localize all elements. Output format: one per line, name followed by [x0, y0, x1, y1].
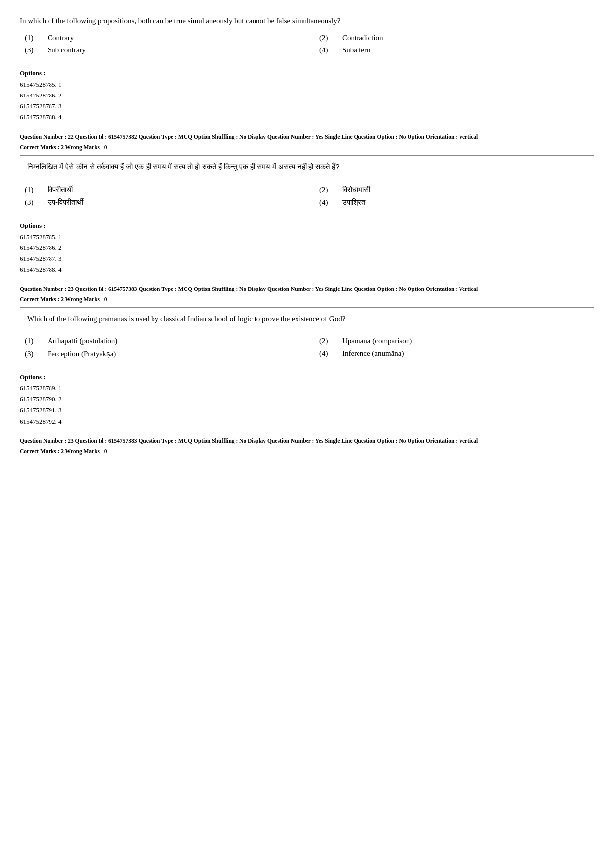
- option-hi-3: (3) उप-विपरीतार्थी: [25, 198, 300, 207]
- options-label-23: Options :: [20, 373, 594, 381]
- option-23-4-text: Inference (anumāna): [342, 349, 404, 358]
- option-23-id-1: 61547528789. 1: [20, 383, 594, 394]
- question-22-hi-options: (1) विपरीतार्थी (2) विरोधाभासी (3) उप-वि…: [20, 185, 594, 207]
- option-4: (4) Subaltern: [319, 46, 594, 54]
- option-23-1-num: (1): [25, 337, 40, 345]
- option-23-id-2: 61547528790. 2: [20, 394, 594, 405]
- marks-q23-bottom: Correct Marks : 2 Wrong Marks : 0: [20, 448, 594, 454]
- option-2: (2) Contradiction: [319, 34, 594, 42]
- options-list-22-hi: 61547528785. 1 61547528786. 2 6154752878…: [20, 232, 594, 275]
- option-23-4-num: (4): [319, 349, 334, 358]
- options-list-23: 61547528789. 1 61547528790. 2 6154752879…: [20, 383, 594, 427]
- question-23-en-options: (1) Arthāpatti (postulation) (2) Upamāna…: [20, 337, 594, 358]
- option-23-1: (1) Arthāpatti (postulation): [25, 337, 300, 345]
- meta-q22: Question Number : 22 Question Id : 61547…: [20, 133, 594, 141]
- option-1-text: Contrary: [48, 34, 74, 42]
- option-hi-1-text: विपरीतार्थी: [48, 185, 73, 194]
- option-id-3: 61547528787. 3: [20, 101, 594, 112]
- question-22-hi: निम्नलिखित में ऐसे कौन से तर्कवाक्य हैं …: [20, 155, 594, 275]
- option-3-text: Sub contrary: [48, 46, 86, 54]
- question-22-hi-box: निम्नलिखित में ऐसे कौन से तर्कवाक्य हैं …: [20, 155, 594, 178]
- option-1-num: (1): [25, 34, 40, 42]
- meta-q23-bottom: Question Number : 23 Question Id : 61547…: [20, 437, 594, 445]
- option-23-id-3: 61547528791. 3: [20, 405, 594, 416]
- question-21-en-text: In which of the following propositions, …: [20, 15, 594, 27]
- question-23-en: Which of the following pramānas is used …: [20, 307, 594, 427]
- option-23-2: (2) Upamāna (comparison): [319, 337, 594, 345]
- option-hi-4-text: उपाश्रित: [342, 198, 365, 207]
- option-2-num: (2): [319, 34, 334, 42]
- option-id-4: 61547528788. 4: [20, 112, 594, 123]
- meta-q23: Question Number : 23 Question Id : 61547…: [20, 285, 594, 293]
- option-4-text: Subaltern: [342, 46, 371, 54]
- option-hi-2-text: विरोधाभासी: [342, 185, 370, 194]
- option-23-3-text: Perception (Pratyakṣa): [48, 349, 116, 358]
- question-21-en-options: (1) Contrary (2) Contradiction (3) Sub c…: [20, 34, 594, 54]
- question-23-en-box: Which of the following pramānas is used …: [20, 307, 594, 330]
- option-hi-1: (1) विपरीतार्थी: [25, 185, 300, 194]
- option-hi-2: (2) विरोधाभासी: [319, 185, 594, 194]
- marks-q23: Correct Marks : 2 Wrong Marks : 0: [20, 296, 594, 302]
- option-4-num: (4): [319, 46, 334, 54]
- option-hi-2-num: (2): [319, 186, 334, 194]
- option-23-3-num: (3): [25, 350, 40, 358]
- option-hi-1-num: (1): [25, 186, 40, 194]
- option-3-num: (3): [25, 46, 40, 54]
- question-22-hi-text: निम्नलिखित में ऐसे कौन से तर्कवाक्य हैं …: [27, 162, 340, 171]
- option-23-1-text: Arthāpatti (postulation): [48, 337, 117, 345]
- option-1: (1) Contrary: [25, 34, 300, 42]
- option-23-2-num: (2): [319, 337, 334, 345]
- option-hi-id-3: 61547528787. 3: [20, 253, 594, 264]
- question-21-en: In which of the following propositions, …: [20, 15, 594, 123]
- option-hi-id-4: 61547528788. 4: [20, 264, 594, 275]
- options-label-22-hi: Options :: [20, 222, 594, 230]
- question-23-en-text: Which of the following pramānas is used …: [27, 315, 345, 323]
- option-23-id-4: 61547528792. 4: [20, 416, 594, 427]
- option-id-1: 61547528785. 1: [20, 79, 594, 90]
- option-hi-3-num: (3): [25, 198, 40, 207]
- option-id-2: 61547528786. 2: [20, 90, 594, 101]
- option-hi-id-1: 61547528785. 1: [20, 232, 594, 242]
- option-2-text: Contradiction: [342, 34, 383, 42]
- option-hi-4-num: (4): [319, 198, 334, 207]
- option-hi-4: (4) उपाश्रित: [319, 198, 594, 207]
- option-23-4: (4) Inference (anumāna): [319, 349, 594, 358]
- options-label-21: Options :: [20, 69, 594, 77]
- option-hi-id-2: 61547528786. 2: [20, 242, 594, 253]
- options-list-21: 61547528785. 1 61547528786. 2 6154752878…: [20, 79, 594, 123]
- marks-q22: Correct Marks : 2 Wrong Marks : 0: [20, 145, 594, 150]
- option-3: (3) Sub contrary: [25, 46, 300, 54]
- option-23-2-text: Upamāna (comparison): [342, 337, 412, 345]
- option-23-3: (3) Perception (Pratyakṣa): [25, 349, 300, 358]
- option-hi-3-text: उप-विपरीतार्थी: [48, 198, 83, 207]
